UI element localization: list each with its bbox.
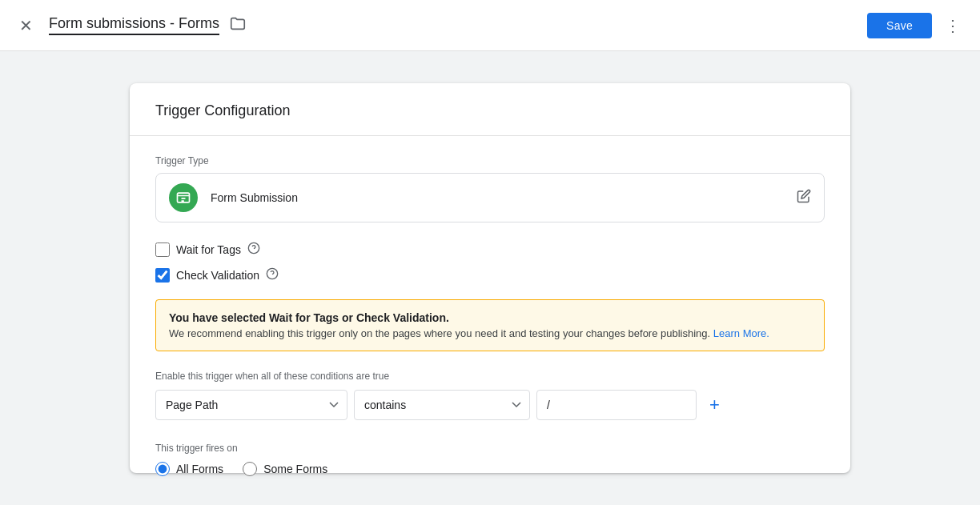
fires-on-label: This trigger fires on [155, 443, 825, 454]
learn-more-link[interactable]: Learn More. [713, 327, 769, 339]
trigger-config-card: Trigger Configuration Trigger Type Form … [130, 83, 850, 473]
check-validation-checkbox[interactable] [155, 268, 170, 283]
check-validation-help-icon[interactable] [266, 267, 279, 283]
wait-for-tags-help-icon[interactable] [247, 242, 260, 258]
fires-on-radio-row: All Forms Some Forms [155, 462, 825, 476]
add-condition-button[interactable]: + [703, 391, 726, 419]
warning-bold-text: You have selected Wait for Tags or Check… [169, 311, 811, 324]
checkbox-section: Wait for Tags Check Validation [155, 242, 825, 283]
card-body: Trigger Type Form Submission [130, 136, 850, 495]
main-content: Trigger Configuration Trigger Type Form … [0, 51, 980, 505]
topbar-left: ✕ Form submissions - Forms [13, 10, 867, 42]
some-forms-option[interactable]: Some Forms [243, 462, 327, 476]
check-validation-label[interactable]: Check Validation [176, 269, 259, 282]
trigger-type-selector[interactable]: Form Submission [155, 173, 825, 222]
conditions-section: Enable this trigger when all of these co… [155, 371, 825, 420]
trigger-type-left: Form Submission [169, 183, 298, 212]
more-options-button[interactable]: ⋮ [938, 10, 967, 42]
check-validation-row: Check Validation [155, 267, 825, 283]
some-forms-radio[interactable] [243, 462, 257, 476]
conditions-label: Enable this trigger when all of these co… [155, 371, 825, 382]
folder-icon[interactable] [229, 14, 247, 36]
edit-icon[interactable] [797, 189, 811, 207]
condition-field-select[interactable]: Page Path [155, 390, 347, 420]
form-submission-icon [169, 183, 198, 212]
wait-for-tags-checkbox[interactable] [155, 242, 170, 257]
save-button[interactable]: Save [867, 13, 932, 38]
warning-body-text: We recommend enabling this trigger only … [169, 327, 811, 339]
warning-body-content: We recommend enabling this trigger only … [169, 327, 710, 339]
card-title: Trigger Configuration [155, 102, 290, 118]
some-forms-label: Some Forms [263, 463, 327, 475]
page-title: Form submissions - Forms [49, 15, 219, 35]
all-forms-option[interactable]: All Forms [155, 462, 223, 476]
card-header: Trigger Configuration [130, 83, 850, 136]
conditions-row: Page Path contains + [155, 390, 825, 420]
condition-value-input[interactable] [536, 390, 697, 420]
close-button[interactable]: ✕ [13, 10, 39, 42]
topbar-right: Save ⋮ [867, 10, 967, 42]
trigger-type-label: Trigger Type [155, 155, 825, 166]
topbar: ✕ Form submissions - Forms Save ⋮ [0, 0, 980, 51]
warning-banner: You have selected Wait for Tags or Check… [155, 299, 825, 351]
condition-operator-select[interactable]: contains [354, 390, 530, 420]
wait-for-tags-row: Wait for Tags [155, 242, 825, 258]
trigger-type-name: Form Submission [211, 191, 298, 204]
wait-for-tags-label[interactable]: Wait for Tags [176, 243, 241, 256]
all-forms-radio[interactable] [155, 462, 170, 476]
fires-on-section: This trigger fires on All Forms Some For… [155, 443, 825, 476]
all-forms-label: All Forms [176, 463, 223, 475]
